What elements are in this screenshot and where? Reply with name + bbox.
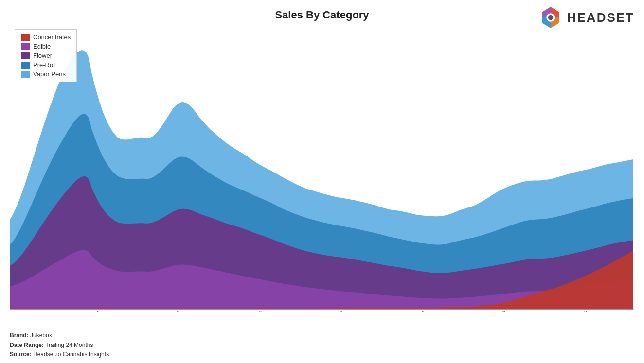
date-range-value: Trailing 24 Months — [45, 342, 93, 348]
logo-text: HEADSET — [567, 10, 634, 25]
chart-title: Sales By Category — [275, 9, 369, 21]
page-container: Sales By Category HEADSET Concentrates — [0, 0, 644, 363]
legend-color-flower — [21, 52, 30, 59]
svg-point-2 — [548, 15, 553, 20]
legend-item-pre-roll: Pre-Roll — [21, 61, 71, 69]
legend-label-pre-roll: Pre-Roll — [33, 61, 56, 69]
date-range-label: Date Range: — [10, 342, 44, 348]
source-label: Source: — [10, 351, 32, 358]
footer-date-range: Date Range: Trailing 24 Months — [10, 341, 109, 350]
brand-value: Jukebox — [30, 332, 52, 339]
legend-color-pre-roll — [21, 62, 30, 69]
footer-source: Source: Headset.io Cannabis Insights — [10, 350, 109, 359]
legend-label-vapor-pens: Vapor Pens — [33, 70, 66, 78]
chart-header: Sales By Category HEADSET — [0, 0, 644, 25]
legend-item-edible: Edible — [21, 43, 71, 50]
footer-brand: Brand: Jukebox — [10, 331, 109, 340]
legend-color-edible — [21, 43, 30, 50]
brand-label: Brand: — [10, 332, 29, 339]
legend-label-concentrates: Concentrates — [33, 34, 71, 41]
footer-info: Brand: Jukebox Date Range: Trailing 24 M… — [10, 331, 109, 359]
legend-item-concentrates: Concentrates — [21, 34, 71, 41]
legend-color-vapor-pens — [21, 71, 30, 78]
main-chart-svg: 2023-01 2023-04 2023-07 2023-10 2024-01 … — [10, 25, 634, 312]
legend-label-flower: Flower — [33, 52, 52, 59]
legend-color-concentrates — [21, 34, 30, 41]
chart-legend: Concentrates Edible Flower Pre-Roll Vapo… — [15, 29, 77, 82]
chart-area: Concentrates Edible Flower Pre-Roll Vapo… — [10, 25, 634, 312]
legend-label-edible: Edible — [33, 43, 51, 50]
legend-item-vapor-pens: Vapor Pens — [21, 70, 71, 78]
legend-item-flower: Flower — [21, 52, 71, 59]
source-value: Headset.io Cannabis Insights — [33, 351, 109, 358]
